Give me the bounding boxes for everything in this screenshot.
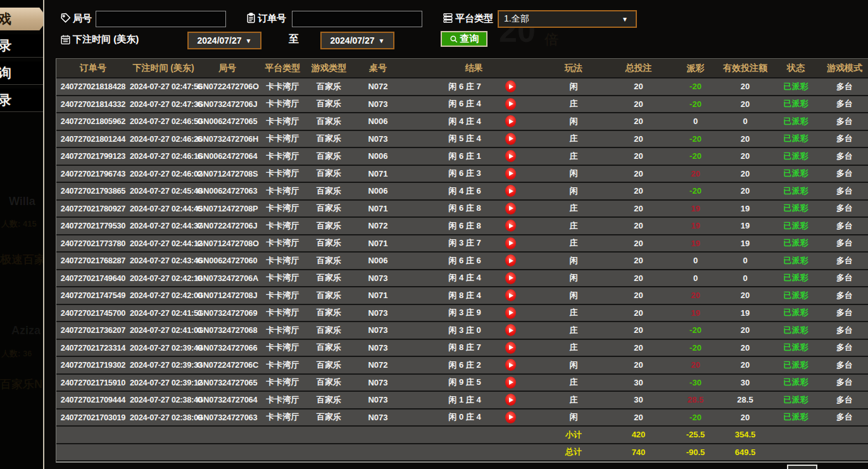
play-type-cell: 庄 bbox=[542, 133, 605, 144]
play-video-icon[interactable] bbox=[505, 98, 516, 110]
play-video-icon[interactable] bbox=[505, 185, 516, 197]
platform-type-select[interactable]: 1.全部 ▼ bbox=[498, 10, 637, 28]
table-number-cell: N006 bbox=[350, 151, 406, 161]
date-from-select[interactable]: 2024/07/27 ▼ bbox=[187, 32, 261, 49]
bet-time-cell: 2024-07-27 02:42:00 bbox=[130, 291, 197, 300]
valid-bet-cell: 19 bbox=[719, 239, 771, 248]
game-type-cell: 百家乐 bbox=[308, 255, 350, 266]
column-header-9: 总投注 bbox=[605, 63, 672, 74]
table-number-cell: N073 bbox=[350, 273, 406, 283]
payout-cell: -20 bbox=[672, 413, 719, 422]
platform-cell: 卡卡湾厅 bbox=[258, 237, 308, 249]
subtotal-row-total-bet: 420 bbox=[605, 430, 672, 439]
table-number-cell: N073 bbox=[350, 378, 406, 387]
result-cell: 闲 4 庄 4 bbox=[406, 115, 542, 127]
total-bet-cell: 20 bbox=[605, 273, 672, 283]
table-body: 2407270218184282024-07-27 02:47:56GN0722… bbox=[56, 78, 868, 461]
table-row: 2407270218059622024-07-27 02:46:50GN0062… bbox=[56, 113, 868, 131]
play-video-icon[interactable] bbox=[505, 394, 516, 406]
payout-cell: 19 bbox=[672, 221, 719, 230]
table-row: 2407270217094442024-07-27 02:38:40GN0732… bbox=[56, 392, 868, 410]
round-number-cell: GN0712472708J bbox=[197, 291, 258, 300]
result-score: 闲 6 庄 7 bbox=[448, 81, 481, 92]
status-badge: 已派彩 bbox=[771, 394, 821, 406]
round-number-cell: GN0712472708S bbox=[197, 169, 258, 178]
game-type-cell: 百家乐 bbox=[308, 325, 350, 336]
play-video-icon[interactable] bbox=[505, 115, 516, 127]
play-video-icon[interactable] bbox=[505, 203, 516, 215]
round-number-cell: GN0712472708P bbox=[197, 204, 258, 213]
play-video-icon[interactable] bbox=[505, 289, 516, 301]
bet-time-cell: 2024-07-27 02:39:49 bbox=[130, 343, 197, 353]
valid-bet-cell: 0 bbox=[719, 256, 771, 265]
play-video-icon[interactable] bbox=[505, 168, 516, 180]
column-header-11: 有效投注额 bbox=[719, 63, 771, 74]
round-input[interactable] bbox=[96, 11, 226, 27]
play-type-cell: 庄 bbox=[542, 394, 605, 406]
total-bet-cell: 20 bbox=[605, 239, 672, 248]
pagination-stub[interactable] bbox=[787, 465, 817, 469]
play-video-icon[interactable] bbox=[505, 307, 516, 319]
bg-dealer-count: 人数: 36 bbox=[1, 348, 32, 360]
play-video-icon[interactable] bbox=[505, 377, 516, 389]
play-video-icon[interactable] bbox=[505, 342, 516, 354]
table-number-cell: N073 bbox=[350, 99, 406, 109]
valid-bet-cell: 20 bbox=[719, 325, 771, 335]
game-mode-cell: 多台 bbox=[821, 255, 868, 266]
game-mode-cell: 多台 bbox=[821, 220, 868, 232]
sidebar-item-label: 录 bbox=[0, 37, 11, 54]
play-video-icon[interactable] bbox=[505, 133, 516, 145]
play-type-cell: 闲 bbox=[542, 290, 605, 301]
status-badge: 已派彩 bbox=[771, 325, 821, 336]
sidebar-item-4[interactable]: 录 bbox=[0, 89, 43, 112]
result-score: 闲 6 庄 6 bbox=[448, 255, 481, 266]
result-score: 闲 6 庄 4 bbox=[448, 98, 481, 109]
sidebar: Willa 人数: 415 极速百家乐N Aziza 人数: 36 百家乐N73… bbox=[0, 0, 43, 469]
table-number-cell: N073 bbox=[350, 134, 406, 144]
game-type-cell: 百家乐 bbox=[308, 151, 350, 162]
column-header-12: 状态 bbox=[771, 63, 821, 74]
play-video-icon[interactable] bbox=[505, 272, 516, 284]
round-number-cell: GN07324727063 bbox=[197, 413, 258, 422]
valid-bet-cell: 19 bbox=[719, 221, 771, 230]
play-video-icon[interactable] bbox=[505, 237, 516, 249]
search-button[interactable]: 查询 bbox=[441, 31, 487, 47]
result-cell: 闲 6 庄 7 bbox=[406, 80, 542, 92]
play-video-icon[interactable] bbox=[505, 150, 516, 162]
column-header-2: 下注时间 (美东) bbox=[130, 63, 197, 74]
round-number-cell: GN00624727063 bbox=[197, 186, 258, 196]
result-score: 闲 4 庄 4 bbox=[448, 116, 481, 127]
order-input[interactable] bbox=[292, 11, 422, 27]
game-mode-cell: 多台 bbox=[821, 185, 868, 197]
sidebar-item-1[interactable]: 戏 bbox=[0, 8, 43, 30]
total-bet-cell: 20 bbox=[605, 186, 672, 196]
play-type-cell: 庄 bbox=[542, 237, 605, 249]
table-number-cell: N071 bbox=[350, 169, 406, 178]
play-video-icon[interactable] bbox=[505, 220, 516, 232]
bet-time-cell: 2024-07-27 02:42:10 bbox=[130, 273, 197, 283]
bet-time-cell: 2024-07-27 02:46:50 bbox=[130, 116, 197, 126]
total-bet-cell: 20 bbox=[605, 99, 672, 109]
payout-cell: -20 bbox=[672, 134, 719, 144]
play-video-icon[interactable] bbox=[505, 411, 516, 423]
table-row: 2407270217233142024-07-27 02:39:49GN0732… bbox=[56, 340, 868, 358]
sidebar-item-label: 戏 bbox=[0, 10, 11, 28]
bet-time-cell: 2024-07-27 02:47:56 bbox=[130, 82, 197, 91]
bg-promo-unit: 倍 bbox=[544, 30, 558, 49]
status-badge: 已派彩 bbox=[771, 272, 821, 284]
play-type-cell: 闲 bbox=[542, 185, 605, 197]
play-video-icon[interactable] bbox=[505, 359, 516, 371]
platform-cell: 卡卡湾厅 bbox=[258, 272, 308, 284]
status-badge: 已派彩 bbox=[771, 98, 821, 109]
play-video-icon[interactable] bbox=[505, 254, 516, 266]
sidebar-item-2[interactable]: 录 bbox=[0, 34, 43, 58]
sidebar-item-3[interactable]: 询 bbox=[0, 61, 43, 85]
round-number-cell: GN0722472706J bbox=[197, 221, 258, 230]
play-video-icon[interactable] bbox=[505, 324, 516, 336]
order-number-cell: 240727021814332 bbox=[56, 99, 130, 109]
date-to-select[interactable]: 2024/07/27 ▼ bbox=[320, 32, 394, 49]
valid-bet-cell: 20 bbox=[719, 169, 771, 178]
grand-total-row-valid-bet: 649.5 bbox=[719, 447, 771, 457]
status-badge: 已派彩 bbox=[771, 133, 821, 144]
play-video-icon[interactable] bbox=[505, 80, 516, 92]
